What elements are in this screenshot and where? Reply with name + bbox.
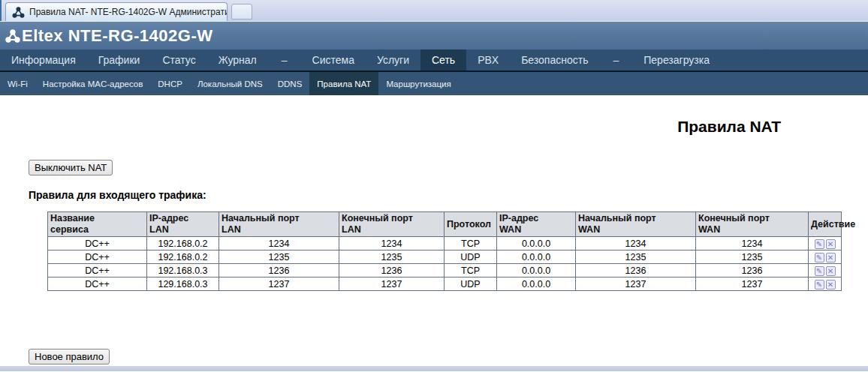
delete-icon[interactable]: ✕ [826,280,836,290]
nav-item-status[interactable]: Статус [151,50,206,70]
table-cell: 1236 [219,264,339,278]
subnav-item-local-dns[interactable]: Локальный DNS [190,72,270,95]
action-cell: ✎✕ [809,250,842,264]
brand-header: Eltex NTE-RG-1402G-W [0,21,868,50]
table-cell: 0.0.0.0 [497,264,576,278]
delete-icon[interactable]: ✕ [826,266,836,276]
table-cell: 0.0.0.0 [497,278,576,291]
table-cell: 192.168.0.2 [147,250,219,264]
table-cell: 1237 [219,278,339,291]
table-row: DC++192.168.0.212351235UDP0.0.0.01235123… [48,250,842,264]
table-cell: TCP [445,237,497,250]
browser-tab-bar: Правила NAT- NTE-RG-1402G-W Администрати… [0,0,868,21]
subnav-item-routing[interactable]: Маршрутизация [378,72,458,95]
table-cell: 1237 [576,278,696,291]
disable-nat-button[interactable]: Выключить NAT [29,160,113,176]
table-header-row: Название сервиса IP-адрес LAN Начальный … [48,212,842,237]
tab-title: Правила NAT- NTE-RG-1402G-W Администрати… [29,7,228,17]
edit-icon[interactable]: ✎ [815,239,824,249]
col-service-name: Название сервиса [48,212,147,237]
table-cell: 0.0.0.0 [497,250,576,264]
nav-item-dash-1: – [268,50,301,70]
nav-item-network[interactable]: Сеть [420,50,466,70]
new-rule-button[interactable]: Новое правило [29,349,110,364]
col-ip-lan: IP-адрес LAN [147,212,219,237]
edit-icon[interactable]: ✎ [815,280,824,290]
sub-nav: Wi-Fi Настройка MAC-адресов DHCP Локальн… [0,72,868,95]
table-cell: 1237 [339,278,445,291]
subnav-item-dhcp[interactable]: DHCP [150,72,190,95]
page-title: Правила NAT [677,118,781,136]
nav-item-system[interactable]: Система [301,50,366,70]
nav-item-reboot[interactable]: Перезагрузка [632,50,721,70]
table-cell: UDP [445,278,497,291]
incoming-traffic-heading: Правила для входящего трафика: [29,189,206,201]
table-cell: 0.0.0.0 [497,237,576,250]
edit-icon[interactable]: ✎ [815,266,824,276]
table-cell: 1234 [696,237,809,250]
table-cell: 1234 [219,237,339,250]
table-cell: TCP [445,264,497,278]
table-cell: UDP [445,250,497,264]
table-cell: 1234 [339,237,445,250]
table-cell: 1234 [576,237,696,250]
table-cell: DC++ [48,264,147,278]
nat-rules-table-wrap: Название сервиса IP-адрес LAN Начальный … [47,212,842,291]
action-cell: ✎✕ [809,237,842,250]
table-cell: 1235 [339,250,445,264]
col-start-port-lan: Начальный порт LAN [219,212,339,237]
delete-icon[interactable]: ✕ [826,239,836,249]
col-start-port-wan: Начальный порт WAN [576,212,696,237]
main-nav: Информация Графики Статус Журнал – Систе… [0,50,868,72]
nav-item-journal[interactable]: Журнал [207,50,268,70]
action-cell: ✎✕ [809,278,842,291]
col-end-port-wan: Конечный порт WAN [696,212,809,237]
nav-item-pbx[interactable]: PBX [466,50,510,70]
nav-item-security[interactable]: Безопасность [510,50,599,70]
subnav-item-nat-rules[interactable]: Правила NAT [309,72,378,95]
subnav-item-ddns[interactable]: DDNS [270,72,310,95]
col-action: Действие [809,212,842,237]
table-cell: 1235 [219,250,339,264]
browser-tab[interactable]: Правила NAT- NTE-RG-1402G-W Администрати… [5,2,228,21]
nav-item-dash-2: – [599,50,632,70]
eltex-logo-icon [5,29,20,43]
table-row: DC++129.168.0.312371237UDP0.0.0.01237123… [48,278,842,291]
table-row: DC++192.168.0.212341234TCP0.0.0.01234123… [48,237,842,250]
table-cell: 129.168.0.3 [147,278,219,291]
col-protocol: Протокол [445,212,497,237]
table-cell: 1236 [696,264,809,278]
table-cell: 1235 [576,250,696,264]
action-cell: ✎✕ [809,264,842,278]
table-cell: 1235 [696,250,809,264]
col-end-port-lan: Конечный порт LAN [339,212,445,237]
nat-rules-table: Название сервиса IP-адрес LAN Начальный … [47,212,842,291]
page-content: Правила NAT Выключить NAT Правила для вх… [0,95,868,366]
table-cell: DC++ [48,237,147,250]
subnav-item-wifi[interactable]: Wi-Fi [0,72,35,95]
table-cell: DC++ [48,250,147,264]
table-row: DC++192.168.0.312361236TCP0.0.0.01236123… [48,264,842,278]
network-nodes-icon [12,7,25,18]
table-cell: 192.168.0.3 [147,264,219,278]
subnav-item-mac[interactable]: Настройка MAC-адресов [35,72,150,95]
new-tab-button[interactable] [231,4,252,20]
table-cell: 1237 [696,278,809,291]
col-ip-wan: IP-адрес WAN [497,212,576,237]
nav-item-services[interactable]: Услуги [366,50,420,70]
status-bar [0,366,868,371]
table-cell: 1236 [576,264,696,278]
nav-item-graphs[interactable]: Графики [87,50,152,70]
table-cell: 192.168.0.2 [147,237,219,250]
delete-icon[interactable]: ✕ [826,253,836,262]
table-cell: 1236 [339,264,445,278]
nav-item-information[interactable]: Информация [0,50,87,70]
brand: Eltex NTE-RG-1402G-W [5,26,213,46]
brand-title: Eltex NTE-RG-1402G-W [22,26,213,46]
table-cell: DC++ [48,278,147,291]
edit-icon[interactable]: ✎ [815,253,824,262]
